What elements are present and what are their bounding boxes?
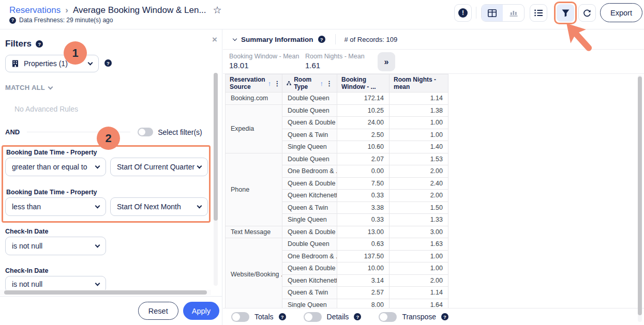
chevron-down-icon bbox=[233, 36, 237, 40]
table-view-button[interactable] bbox=[482, 5, 503, 21]
column-menu-icon[interactable]: ⋮ bbox=[274, 80, 280, 87]
room-nights-cell: 2.00 bbox=[390, 165, 448, 178]
booking-window-cell: 0.00 bbox=[337, 165, 390, 178]
room-nights-cell: 2.00 bbox=[390, 190, 448, 202]
match-all-label: MATCH ALL bbox=[5, 84, 45, 91]
table-row: PhoneDouble Queen2.071.53 bbox=[226, 153, 448, 165]
refresh-icon bbox=[583, 9, 591, 17]
metric-value: 1.61 bbox=[305, 61, 365, 70]
column-header-booking-window[interactable]: Booking Window - ... bbox=[337, 74, 390, 92]
filters-title: Filters bbox=[5, 39, 32, 49]
sort-ascending-icon[interactable]: ↑ bbox=[320, 80, 324, 87]
filter-button[interactable] bbox=[557, 4, 574, 22]
table-options-bar: Totals ? Details ? Transpose ? bbox=[223, 308, 644, 325]
room-nights-cell: 2.00 bbox=[390, 274, 448, 287]
room-nights-cell: 1.00 bbox=[390, 117, 448, 129]
room-type-cell: Queen & Double ... bbox=[282, 117, 337, 129]
metric-booking-window-mean: Booking Window - Mean 18.01 bbox=[229, 53, 299, 70]
select-filters-label: Select filter(s) bbox=[158, 128, 202, 136]
room-type-cell: Queen & Double ... bbox=[282, 177, 337, 190]
sort-ascending-icon[interactable]: ↑ bbox=[268, 80, 272, 87]
transpose-help-icon[interactable]: ? bbox=[441, 313, 448, 320]
annotation-highlight-box bbox=[2, 145, 211, 223]
details-help-icon[interactable]: ? bbox=[354, 313, 361, 320]
bar-chart-icon bbox=[510, 9, 518, 17]
info-button[interactable]: ! bbox=[454, 4, 472, 22]
filter-rule-label: Check-In Date bbox=[5, 267, 48, 274]
refresh-button[interactable] bbox=[578, 4, 596, 22]
metric-value: 18.01 bbox=[229, 61, 299, 70]
booking-window-cell: 172.14 bbox=[337, 92, 390, 105]
data-freshness-text: Data Freshness: 29 minute(s) ago bbox=[19, 17, 113, 24]
export-label: Export bbox=[610, 9, 632, 17]
column-menu-icon[interactable]: ⋮ bbox=[326, 80, 333, 87]
totals-toggle[interactable] bbox=[231, 312, 249, 322]
help-icon[interactable]: ? bbox=[9, 17, 16, 24]
expand-metrics-button[interactable]: » bbox=[378, 52, 395, 71]
and-label: AND bbox=[5, 128, 20, 136]
summary-help-icon[interactable]: ? bbox=[318, 36, 325, 43]
room-nights-cell: 1.00 bbox=[390, 262, 448, 275]
close-icon[interactable]: × bbox=[212, 35, 217, 44]
booking-window-cell: 0.33 bbox=[337, 214, 390, 226]
room-nights-cell: 1.53 bbox=[390, 153, 448, 165]
annotation-step-2: 2 bbox=[97, 127, 120, 150]
reservation-source-cell: Booking.com bbox=[226, 92, 282, 105]
view-switcher bbox=[481, 4, 525, 22]
filters-vertical-scrollbar[interactable] bbox=[214, 73, 218, 286]
filters-panel: × Filters ? Properties (1) ? 1 MATCH ALL… bbox=[0, 29, 222, 325]
transpose-toggle[interactable] bbox=[379, 312, 397, 322]
toolbar-divider bbox=[476, 7, 476, 19]
table-row: Booking.comDouble Queen172.141.14 bbox=[226, 92, 448, 105]
totals-control: Totals ? bbox=[231, 312, 286, 322]
room-nights-cell: 1.00 bbox=[390, 129, 448, 141]
column-header-room-type[interactable]: Room Type ↑ ⋮ bbox=[282, 74, 337, 92]
operator-value: is not null bbox=[12, 242, 42, 250]
export-button[interactable]: Export bbox=[600, 3, 642, 22]
room-type-cell: Queen & Double ... bbox=[282, 226, 337, 238]
reset-button[interactable]: Reset bbox=[138, 302, 178, 320]
totals-label: Totals bbox=[254, 313, 274, 321]
breadcrumb-reservations-link[interactable]: Reservations bbox=[9, 5, 61, 16]
table-row: Text MessageQueen & Double ...13.003.00 bbox=[226, 226, 448, 238]
apply-button[interactable]: Apply bbox=[183, 302, 219, 320]
room-type-cell: Double Queen bbox=[282, 92, 337, 105]
results-table: Reservation Source ↑ ⋮ bbox=[225, 74, 448, 308]
booking-window-cell: 10.00 bbox=[337, 262, 390, 275]
room-type-cell: Queen & Double ... bbox=[282, 262, 337, 275]
info-icon: ! bbox=[458, 8, 468, 18]
room-nights-cell: 1.14 bbox=[390, 287, 448, 299]
field-list-button[interactable] bbox=[530, 4, 547, 22]
column-header-room-nights[interactable]: Room Nights - mean bbox=[390, 74, 448, 92]
chart-view-button[interactable] bbox=[503, 5, 524, 21]
breadcrumb-separator-icon: › bbox=[65, 5, 68, 16]
room-type-cell: Queen Kitchenette bbox=[282, 190, 337, 202]
select-filters-toggle[interactable] bbox=[138, 128, 153, 136]
booking-window-cell: 137.50 bbox=[337, 250, 390, 262]
totals-help-icon[interactable]: ? bbox=[279, 313, 286, 320]
summary-title: Summary Information bbox=[241, 36, 313, 43]
building-icon bbox=[12, 60, 19, 67]
horizontal-scrollbar[interactable] bbox=[0, 290, 211, 295]
reservation-source-cell: Text Message bbox=[226, 226, 282, 238]
match-all-dropdown[interactable]: MATCH ALL bbox=[5, 84, 52, 91]
details-label: Details bbox=[327, 313, 349, 321]
table-vertical-scrollbar[interactable] bbox=[638, 75, 642, 322]
booking-window-cell: 2.50 bbox=[337, 129, 390, 141]
filters-help-icon[interactable]: ? bbox=[36, 40, 43, 48]
reservation-source-cell: Expedia bbox=[226, 104, 282, 153]
properties-dropdown-label: Properties (1) bbox=[24, 59, 68, 68]
metric-room-nights-mean: Room Nights - Mean 1.61 bbox=[305, 53, 365, 70]
column-header-reservation-source[interactable]: Reservation Source ↑ ⋮ bbox=[226, 74, 282, 92]
room-nights-cell: 1.33 bbox=[390, 214, 448, 226]
operator-dropdown[interactable]: is not null bbox=[5, 237, 106, 255]
annotation-step-1: 1 bbox=[64, 41, 87, 65]
summary-collapse-toggle[interactable]: Summary Information ? bbox=[233, 36, 325, 43]
properties-help-icon[interactable]: ? bbox=[104, 59, 112, 67]
details-toggle[interactable] bbox=[304, 312, 322, 322]
favorite-star-icon[interactable]: ☆ bbox=[213, 4, 222, 16]
room-type-cell: Double Queen bbox=[282, 104, 337, 117]
room-type-cell: Single Queen bbox=[282, 214, 337, 226]
transpose-label: Transpose bbox=[402, 313, 436, 321]
records-count: # of Records: 109 bbox=[345, 36, 398, 43]
